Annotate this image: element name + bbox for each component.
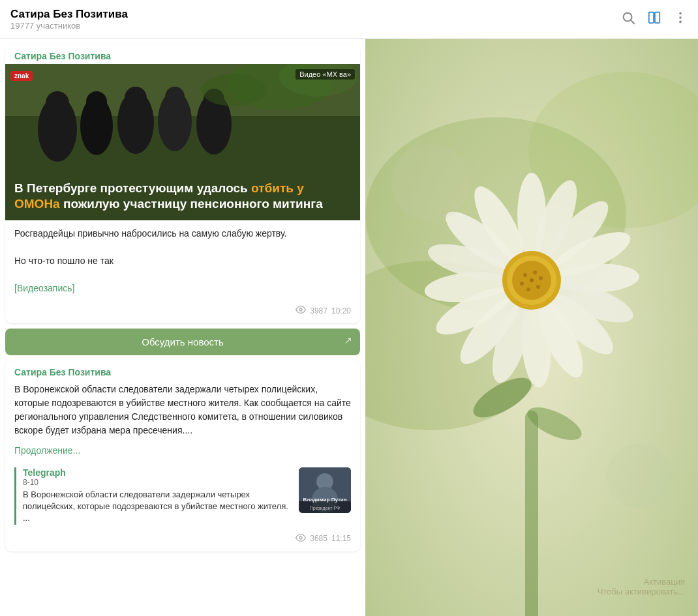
svg-point-57 — [536, 285, 540, 289]
telegraph-title[interactable]: Telegraph — [23, 467, 292, 478]
svg-point-17 — [165, 87, 185, 106]
svg-point-55 — [533, 271, 537, 274]
message-1: Сатира Без Позитива — [5, 44, 360, 323]
chat-panel: Сатира Без Позитива — [0, 39, 365, 616]
video-thumbnail[interactable]: znak Видео «МХ ва» В Петербурге протесту… — [5, 64, 360, 220]
svg-point-63 — [391, 143, 470, 222]
telegraph-thumbnail[interactable]: Владимир Путин Президент РФ — [299, 467, 351, 513]
header: Сатира Без Позитива 19777 участников — [0, 0, 698, 39]
svg-rect-3 — [655, 12, 660, 23]
svg-point-4 — [679, 12, 682, 15]
msg1-footer: 3987 10:20 — [5, 302, 360, 323]
svg-point-5 — [679, 16, 682, 19]
msg1-body: Росгвардейцы привычно набросились на сам… — [5, 220, 360, 302]
flower-background — [365, 39, 698, 616]
msg1-views: 3987 — [310, 306, 327, 315]
svg-rect-2 — [649, 12, 654, 23]
svg-point-15 — [125, 87, 147, 109]
msg1-line2: Но что-то пошло не так — [14, 254, 351, 268]
activation-watermark: Активация Чтобы активировать... — [598, 577, 685, 596]
msg2-time: 11:15 — [331, 534, 351, 543]
eye-icon — [296, 304, 306, 317]
svg-point-58 — [526, 287, 530, 291]
discuss-button[interactable]: Обсудить новость ↗ — [5, 329, 360, 355]
channel-name-2[interactable]: Сатира Без Позитива — [5, 360, 360, 380]
layout-icon[interactable] — [647, 10, 661, 28]
telegraph-date: 8-10 — [23, 478, 292, 487]
discuss-arrow-icon: ↗ — [344, 335, 352, 345]
thumb-person-role: Президент РФ — [299, 506, 351, 510]
header-info: Сатира Без Позитива 19777 участников — [10, 8, 621, 31]
thumb-person-name: Владимир Путин — [299, 497, 351, 503]
svg-point-59 — [520, 282, 524, 286]
main-area: Сатира Без Позитива — [0, 39, 698, 616]
svg-point-56 — [539, 276, 543, 280]
svg-rect-34 — [525, 411, 538, 616]
channel-name-1[interactable]: Сатира Без Позитива — [5, 44, 360, 64]
svg-point-29 — [299, 536, 302, 539]
member-count: 19777 участников — [10, 21, 621, 31]
search-icon[interactable] — [621, 10, 635, 28]
svg-point-60 — [530, 278, 534, 282]
svg-point-64 — [607, 443, 672, 508]
right-panel: Активация Чтобы активировать... — [365, 39, 698, 616]
more-icon[interactable] — [673, 10, 688, 28]
telegraph-text: В Воронежской области следователи задерж… — [23, 489, 292, 525]
telegraph-content: Telegraph 8-10 В Воронежской области сле… — [23, 467, 292, 525]
message-2: Сатира Без Позитива В Воронежской област… — [5, 360, 360, 551]
video-link[interactable]: [Видеозапись] — [14, 283, 74, 293]
svg-point-54 — [523, 273, 527, 277]
channel-title: Сатира Без Позитива — [10, 8, 621, 21]
telegraph-preview: Telegraph 8-10 В Воронежской области сле… — [14, 467, 351, 525]
svg-line-1 — [631, 20, 634, 23]
msg2-views: 3685 — [310, 534, 327, 543]
msg1-time: 10:20 — [331, 306, 351, 315]
msg2-footer: 3685 11:15 — [5, 530, 360, 551]
svg-point-23 — [299, 308, 302, 311]
znak-badge: znak — [10, 71, 33, 81]
eye-icon-2 — [296, 533, 306, 545]
znak-badge-container: znak — [10, 69, 33, 81]
header-icons — [621, 10, 688, 28]
msg1-line1: Росгвардейцы привычно набросились на сам… — [14, 227, 351, 241]
video-title: В Петербурге протестующим удалось отбить… — [14, 181, 351, 213]
svg-point-6 — [679, 21, 682, 23]
svg-point-22 — [201, 74, 266, 106]
svg-point-13 — [86, 91, 107, 112]
continue-link[interactable]: Продолжение... — [5, 443, 360, 462]
msg2-body: В Воронежской области следователи задерж… — [5, 380, 360, 443]
svg-point-11 — [46, 91, 69, 115]
video-source: Видео «МХ ва» — [296, 69, 355, 80]
